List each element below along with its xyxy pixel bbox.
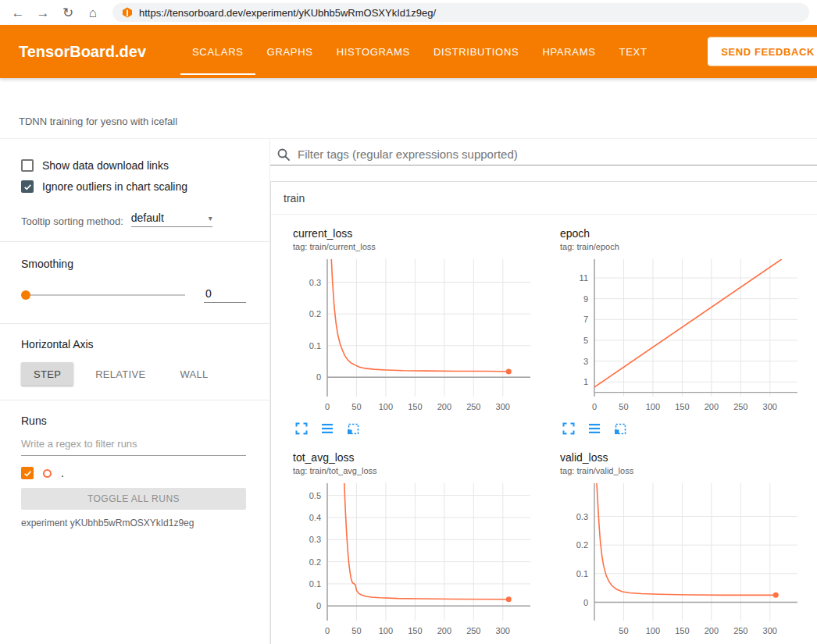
main-panel: train current_losstag: train/current_los… [269, 139, 817, 644]
horizontal-axis-label: Horizontal Axis [21, 338, 246, 350]
svg-text:200: 200 [437, 626, 451, 635]
run-row[interactable]: . [21, 467, 246, 479]
sidebar-section-runs: Runs . TOGGLE ALL RUNS experiment yKUbhb… [0, 400, 269, 528]
axis-wall-button[interactable]: WALL [167, 362, 220, 386]
chart-card-current_loss: current_losstag: train/current_loss00.10… [284, 227, 541, 439]
chart-plot-tot_avg_loss[interactable]: 00.10.20.30.40.5050100150200250300 [284, 479, 535, 639]
svg-text:11: 11 [580, 273, 588, 283]
axis-relative-button[interactable]: RELATIVE [83, 362, 158, 386]
tab-graphs[interactable]: GRAPHS [255, 25, 325, 78]
back-icon[interactable]: ← [8, 6, 28, 20]
home-icon[interactable]: ⌂ [83, 6, 103, 20]
svg-text:50: 50 [619, 626, 628, 635]
tab-scalars[interactable]: SCALARS [180, 25, 255, 78]
svg-text:250: 250 [733, 402, 747, 411]
toggle-all-runs-button[interactable]: TOGGLE ALL RUNS [21, 488, 246, 510]
ignore-outliers-checkbox[interactable] [21, 180, 34, 193]
tag-filter-input[interactable] [298, 148, 817, 161]
tooltip-sorting-label: Tooltip sorting method: [21, 215, 123, 227]
show-download-label: Show data download links [42, 159, 169, 172]
chevron-down-icon: ▾ [209, 214, 212, 222]
chart-plot-valid_loss[interactable]: 00.10.20.350100150200250300 [551, 479, 802, 639]
tab-histograms[interactable]: HISTOGRAMS [325, 25, 422, 78]
chart-plot-current_loss[interactable]: 00.10.20.3050100150200250300 [284, 254, 535, 415]
sidebar-section-general: Show data download links Ignore outliers… [0, 139, 269, 242]
svg-text:50: 50 [619, 402, 628, 411]
tab-distributions[interactable]: DISTRIBUTIONS [422, 25, 531, 78]
send-feedback-button[interactable]: SEND FEEDBACK [708, 37, 817, 66]
slider-thumb[interactable] [21, 290, 30, 300]
tooltip-sorting-select[interactable]: default ▾ [131, 212, 212, 227]
svg-text:250: 250 [733, 626, 747, 635]
svg-text:0.3: 0.3 [309, 278, 321, 287]
expand-icon[interactable] [562, 422, 576, 439]
tag-group-header[interactable]: train [271, 182, 817, 215]
svg-text:0: 0 [325, 402, 330, 411]
smoothing-label: Smoothing [21, 258, 246, 270]
svg-text:150: 150 [408, 402, 422, 411]
smoothing-value-input[interactable]: 0 [204, 287, 246, 303]
header-tabs: SCALARSGRAPHSHISTOGRAMSDISTRIBUTIONSHPAR… [180, 25, 659, 78]
axis-step-button[interactable]: STEP [21, 362, 73, 386]
forward-icon[interactable]: → [33, 6, 53, 20]
svg-text:150: 150 [408, 626, 422, 635]
show-download-checkbox[interactable] [21, 159, 34, 172]
svg-text:0.5: 0.5 [309, 491, 321, 500]
svg-text:0: 0 [316, 601, 321, 610]
svg-text:250: 250 [466, 626, 480, 635]
runs-filter-input[interactable] [21, 430, 246, 456]
sidebar-section-smoothing: Smoothing 0 [0, 242, 269, 324]
ignore-outliers-row[interactable]: Ignore outliers in chart scaling [21, 180, 246, 193]
svg-text:0: 0 [583, 598, 588, 607]
sidebar: Show data download links Ignore outliers… [0, 139, 269, 644]
chart-plot-epoch[interactable]: 1357911050100150200250300 [551, 254, 802, 415]
tensorboard-favicon [122, 7, 133, 18]
svg-text:300: 300 [763, 402, 777, 411]
svg-text:1: 1 [583, 377, 588, 386]
svg-text:3: 3 [583, 357, 588, 366]
svg-text:100: 100 [379, 626, 393, 635]
svg-text:0: 0 [316, 372, 321, 382]
sidebar-section-axis: Horizontal Axis STEPRELATIVEWALL [0, 324, 269, 400]
tag-group-title: train [284, 192, 305, 205]
svg-text:0: 0 [325, 626, 330, 635]
chart-title: current_loss [284, 227, 541, 240]
chart-title: epoch [551, 227, 808, 240]
svg-text:0.2: 0.2 [309, 557, 321, 567]
svg-text:100: 100 [379, 402, 393, 411]
svg-text:7: 7 [583, 315, 588, 324]
smoothing-slider-row: 0 [21, 287, 246, 303]
svg-text:0.2: 0.2 [309, 309, 321, 318]
charts-grid: current_losstag: train/current_loss00.10… [271, 215, 817, 644]
svg-text:100: 100 [646, 626, 660, 635]
data-table-icon[interactable] [587, 422, 601, 439]
data-table-icon[interactable] [320, 422, 334, 439]
address-bar[interactable]: https://tensorboard.dev/experiment/yKUbh… [112, 3, 809, 22]
experiment-title: TDNN training for yesno with icefall [19, 116, 177, 127]
expand-icon[interactable] [294, 422, 309, 439]
chart-card-epoch: epochtag: train/epoch1357911050100150200… [551, 227, 808, 439]
chart-toolbar [284, 422, 541, 439]
show-download-links-row[interactable]: Show data download links [21, 159, 246, 172]
svg-text:0.1: 0.1 [309, 579, 321, 589]
svg-text:9: 9 [583, 294, 588, 304]
svg-text:0.4: 0.4 [309, 513, 321, 522]
tab-text[interactable]: TEXT [608, 25, 659, 78]
browser-chrome: ← → ↻ ⌂ https://tensorboard.dev/experime… [0, 0, 817, 25]
svg-text:300: 300 [496, 626, 510, 635]
search-icon [276, 148, 291, 162]
tag-group-train: train current_losstag: train/current_los… [270, 181, 817, 644]
svg-text:300: 300 [763, 626, 777, 635]
svg-text:0.3: 0.3 [309, 535, 321, 544]
content: Show data download links Ignore outliers… [0, 139, 817, 644]
svg-text:50: 50 [351, 626, 361, 635]
reload-icon[interactable]: ↻ [58, 6, 78, 20]
fit-domain-icon[interactable] [346, 422, 360, 439]
fit-domain-icon[interactable] [613, 422, 627, 439]
smoothing-slider[interactable] [21, 294, 185, 296]
experiment-id-caption: experiment yKUbhb5wRmOSXYkId1z9eg [21, 518, 246, 528]
run-checkbox[interactable] [21, 467, 34, 479]
svg-text:100: 100 [646, 402, 660, 411]
tab-hparams[interactable]: HPARAMS [530, 25, 607, 78]
svg-text:0.1: 0.1 [309, 341, 321, 350]
